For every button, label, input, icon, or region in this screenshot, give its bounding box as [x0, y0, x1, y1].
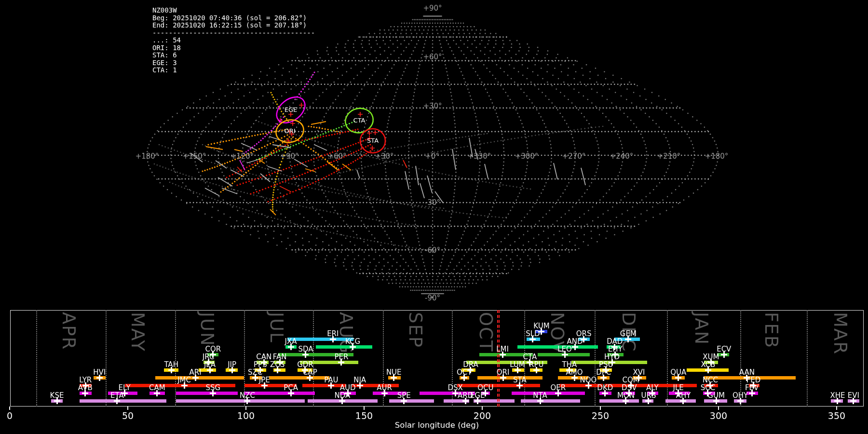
peak-marker-AVB — [84, 390, 86, 396]
peak-marker-AUD — [347, 390, 349, 396]
peak-marker-FEV — [751, 390, 753, 396]
month-label-mar: MAR — [830, 312, 851, 389]
peak-marker-PCA — [290, 390, 292, 396]
peak-marker-JXA — [290, 344, 292, 350]
meteor-observation-screen: NZ003WBeg: 20251020 07:40:36 (sol = 206.… — [0, 0, 868, 434]
peak-marker-ORI — [502, 375, 504, 381]
peak-marker-AUR — [384, 390, 385, 396]
peak-marker-RPU — [536, 367, 537, 373]
peak-marker-CTA — [529, 359, 530, 366]
peak-marker-KSE — [56, 398, 58, 404]
peak-marker-THA — [569, 367, 570, 373]
peak-marker-LEO — [564, 352, 566, 358]
peak-marker-KCG — [352, 344, 353, 350]
peak-marker-DSX — [455, 390, 456, 396]
x-axis-title: Solar longitude (deg) — [365, 420, 509, 430]
peak-marker-EHY — [614, 352, 616, 358]
peak-marker-OHY — [740, 398, 741, 404]
peak-marker-OER — [557, 390, 559, 396]
peak-marker-ORS — [583, 336, 584, 342]
peak-marker-JRC — [208, 359, 209, 366]
x-axis-tick-0 — [9, 407, 10, 410]
x-axis-tick-label-0: 0 — [0, 410, 24, 421]
header-line-3: ---------------------------------------- — [152, 29, 315, 37]
x-axis-tick-250 — [600, 407, 601, 410]
peak-marker-NIA — [359, 382, 361, 389]
peak-marker-FED — [753, 382, 754, 389]
header-line-0: NZ003W — [152, 7, 315, 14]
header-line-5: ORI: 18 — [152, 44, 315, 52]
x-axis-tick-label-200: 200 — [468, 410, 497, 421]
observation-header: NZ003WBeg: 20251020 07:40:36 (sol = 206.… — [152, 7, 315, 74]
peak-marker-KUM — [541, 328, 542, 335]
peak-marker-TAH — [171, 367, 172, 373]
header-line-7: EGE: 3 — [152, 59, 315, 67]
x-axis-tick-150 — [364, 407, 365, 410]
peak-marker-SPE — [403, 398, 405, 404]
x-axis-tick-50 — [127, 407, 128, 410]
peak-marker-LMI — [502, 352, 503, 358]
peak-marker-GEM — [627, 336, 629, 342]
peak-marker-QUA — [678, 375, 679, 381]
peak-marker-COM — [630, 382, 632, 389]
x-axis-tick-350 — [836, 407, 837, 410]
peak-marker-XHE — [837, 398, 838, 404]
peak-marker-OCT — [463, 375, 465, 381]
peak-marker-JMC — [184, 382, 185, 389]
peak-marker-JEA — [209, 367, 211, 373]
peak-marker-AMO — [574, 375, 575, 381]
x-axis-tick-label-150: 150 — [350, 410, 379, 421]
header-line-8: CTA: 1 — [152, 67, 315, 74]
peak-marker-ETA — [116, 398, 118, 404]
peak-marker-PSU — [605, 367, 607, 373]
peak-marker-SDA — [305, 352, 306, 358]
x-axis-tick-label-300: 300 — [704, 410, 733, 421]
peak-marker-AND — [574, 344, 576, 350]
peak-marker-AAN — [746, 375, 747, 381]
x-axis-tick-label-350: 350 — [822, 410, 851, 421]
peak-marker-NDA — [341, 398, 343, 404]
peak-marker-DPC — [603, 375, 604, 381]
x-axis-tick-200 — [482, 407, 483, 410]
header-line-1: Beg: 20251020 07:40:36 (sol = 206.82°) — [152, 14, 315, 22]
peak-marker-XVI — [638, 375, 639, 381]
peak-marker-CAP — [309, 375, 311, 381]
peak-marker-DKD — [604, 390, 606, 396]
peak-marker-JPE — [264, 382, 265, 389]
peak-marker-NZC — [246, 398, 248, 404]
peak-marker-LYR — [85, 382, 86, 389]
peak-marker-SCC — [707, 390, 708, 396]
peak-marker-PPS — [259, 367, 261, 373]
header-line-2: End: 20251020 16:22:15 (sol = 207.18°) — [152, 22, 315, 29]
peak-marker-FAN — [279, 359, 281, 366]
peak-marker-PER — [340, 359, 342, 366]
peak-marker-GUM — [716, 398, 717, 404]
peak-marker-EVI — [853, 398, 854, 404]
peak-marker-STA — [519, 382, 520, 389]
peak-marker-SSG — [212, 390, 214, 396]
x-axis-tick-label-100: 100 — [231, 410, 260, 421]
peak-marker-GDR — [304, 367, 306, 373]
peak-marker-ELY — [124, 390, 125, 396]
peak-marker-XUM — [710, 359, 712, 366]
peak-marker-ALY — [651, 390, 653, 396]
peak-marker-COR — [212, 352, 214, 358]
header-line-4: ...: 54 — [152, 37, 315, 44]
peak-marker-HVI — [99, 375, 100, 381]
peak-marker-EGE — [477, 398, 478, 404]
x-axis-tick-100 — [245, 407, 246, 410]
peak-marker-AHY — [682, 398, 684, 404]
peak-marker-SLD — [532, 336, 533, 342]
peak-marker-URS — [648, 398, 649, 404]
peak-marker-NCC — [709, 382, 711, 389]
activity-timeline: Solar longitude (deg) APRMAYJUNJULAUGSEP… — [0, 0, 868, 434]
peak-marker-CAN — [263, 359, 265, 366]
month-label-may: MAY — [127, 312, 148, 389]
peak-marker-NUE — [393, 375, 394, 381]
peak-marker-ECV — [723, 352, 725, 358]
month-label-sep: SEP — [405, 312, 426, 389]
peak-marker-DAD — [614, 344, 615, 350]
peak-marker-NTA — [540, 398, 541, 404]
x-axis-tick-300 — [718, 407, 719, 410]
peak-marker-CAM — [156, 390, 158, 396]
